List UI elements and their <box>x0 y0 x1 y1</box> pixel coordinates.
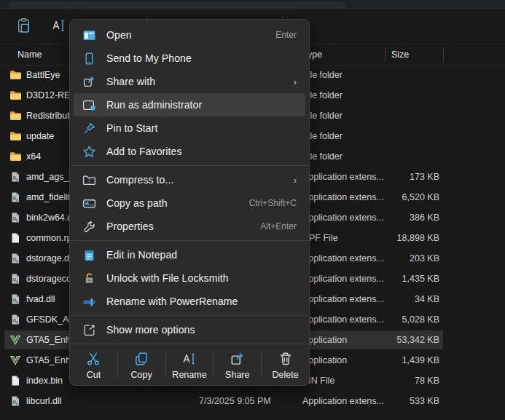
menu-item-label: Pin to Start <box>106 122 297 134</box>
menu-item-unlock-with-file-locksmith[interactable]: Unlock with File Locksmith <box>74 266 305 290</box>
menu-item-shortcut: Alt+Enter <box>260 221 297 231</box>
dll-icon <box>9 253 21 264</box>
lock-icon <box>82 272 96 285</box>
menu-item-pin-to-start[interactable]: Pin to Start <box>74 116 305 140</box>
dll-icon <box>9 212 21 223</box>
menu-item-compress-to[interactable]: Compress to...› <box>74 168 305 191</box>
menu-item-label: Edit in Notepad <box>106 249 297 261</box>
context-menu: OpenEnterSend to My PhoneShare with›Run … <box>69 19 310 386</box>
action-label: Delete <box>273 370 299 380</box>
rename-icon[interactable] <box>50 16 68 35</box>
file-size: 34 KB <box>345 289 439 309</box>
menu-item-copy-as-path[interactable]: Copy as pathCtrl+Shift+C <box>74 191 305 215</box>
menu-item-label: Share with <box>106 76 285 87</box>
file-size: 1,435 KB <box>345 269 439 289</box>
title-bar <box>0 0 505 10</box>
menu-item-send-to-my-phone[interactable]: Send to My Phone <box>74 47 305 70</box>
menu-item-label: Compress to... <box>106 174 285 186</box>
cut-button[interactable]: Cut <box>70 344 117 385</box>
menu-item-label: Copy as path <box>106 197 240 209</box>
chevron-right-icon: › <box>294 76 297 87</box>
copy-button[interactable]: Copy <box>118 344 165 385</box>
action-label: Copy <box>131 370 152 380</box>
menu-item-rename-with-powerrename[interactable]: Rename with PowerRename <box>74 290 305 313</box>
dll-icon <box>9 171 21 183</box>
menu-separator <box>71 315 308 316</box>
explorer-tab[interactable] <box>9 1 346 9</box>
column-divider[interactable] <box>385 47 385 62</box>
rename-button[interactable]: Rename <box>166 344 214 385</box>
pin-icon <box>82 122 96 135</box>
gta-icon <box>9 354 21 366</box>
file-name: dstorageco <box>26 269 71 289</box>
file-name: amd_fidelit <box>26 187 70 207</box>
file-size: 53,342 KB <box>345 330 439 350</box>
column-header-size[interactable]: Size <box>391 44 409 65</box>
dll-icon <box>9 273 21 285</box>
paste-icon[interactable] <box>15 16 32 35</box>
file-size: 533 KB <box>345 391 439 411</box>
gta-icon <box>9 334 21 346</box>
file-name: common.rp <box>26 228 72 248</box>
folder-icon <box>9 110 21 122</box>
file-date-modified: 7/3/2025 9:05 PM <box>199 391 271 411</box>
dll-icon <box>9 293 21 305</box>
menu-item-label: Show more options <box>106 324 297 336</box>
menu-item-open[interactable]: OpenEnter <box>74 23 305 47</box>
delete-icon <box>278 351 294 367</box>
show-more-icon <box>82 323 96 337</box>
file-name: fvad.dll <box>26 289 55 309</box>
file-size: 386 KB <box>345 207 439 228</box>
folder-icon <box>9 151 21 162</box>
folder-icon <box>9 69 21 81</box>
table-row[interactable]: libcurl.dll7/3/2025 9:05 PMApplication e… <box>0 391 505 411</box>
action-label: Rename <box>172 370 206 380</box>
file-size: 203 KB <box>345 248 439 269</box>
menu-item-add-to-favorites[interactable]: Add to Favorites <box>74 140 305 163</box>
share-action-icon <box>230 351 246 367</box>
menu-item-properties[interactable]: PropertiesAlt+Enter <box>74 215 305 238</box>
file-size: 78 KB <box>345 371 439 391</box>
menu-item-share-with[interactable]: Share with› <box>74 70 305 93</box>
file-name: GTA5_Enha <box>26 330 76 350</box>
star-icon <box>82 145 96 159</box>
menu-item-label: Unlock with File Locksmith <box>106 272 297 284</box>
menu-item-run-as-administrator[interactable]: Run as administrator <box>74 93 305 116</box>
folder-icon <box>9 90 21 101</box>
copy-path-icon <box>82 197 96 210</box>
file-size: 5,028 KB <box>345 309 439 330</box>
file-name: update <box>26 126 54 146</box>
phone-icon <box>82 52 96 66</box>
file-name: bink2w64.d <box>26 207 72 228</box>
menu-item-label: Open <box>106 29 267 41</box>
file-name: GTA5_Enha <box>26 350 76 371</box>
cut-icon <box>85 351 101 367</box>
open-icon <box>82 28 96 42</box>
share-icon <box>82 75 96 89</box>
copy-icon <box>133 351 149 367</box>
menu-item-label: Add to Favorites <box>106 146 297 157</box>
action-label: Cut <box>87 370 101 380</box>
file-size: 173 KB <box>345 167 439 187</box>
file-size: 18,898 KB <box>345 228 439 248</box>
column-header-name[interactable]: Name <box>17 44 42 65</box>
menu-item-label: Run as administrator <box>106 99 297 111</box>
powerrename-icon <box>82 295 96 309</box>
share-button[interactable]: Share <box>214 344 261 385</box>
action-label: Share <box>225 370 249 380</box>
delete-button[interactable]: Delete <box>262 344 309 385</box>
menu-separator <box>71 165 308 166</box>
column-divider[interactable] <box>443 47 444 62</box>
dll-icon <box>9 395 21 407</box>
menu-item-shortcut: Ctrl+Shift+C <box>249 198 297 208</box>
menu-item-show-more-options[interactable]: Show more options <box>74 318 305 341</box>
file-name: index.bin <box>26 371 63 391</box>
menu-item-label: Rename with PowerRename <box>106 296 297 307</box>
notepad-icon <box>82 248 96 262</box>
folder-icon <box>9 130 21 142</box>
menu-item-edit-in-notepad[interactable]: Edit in Notepad <box>74 243 305 266</box>
file-name: Redistributa <box>26 106 75 126</box>
menu-item-shortcut: Enter <box>275 30 297 40</box>
quick-action-bar: CutCopyRenameShareDelete <box>70 344 309 385</box>
file-name: dstorage.dl <box>26 248 71 269</box>
